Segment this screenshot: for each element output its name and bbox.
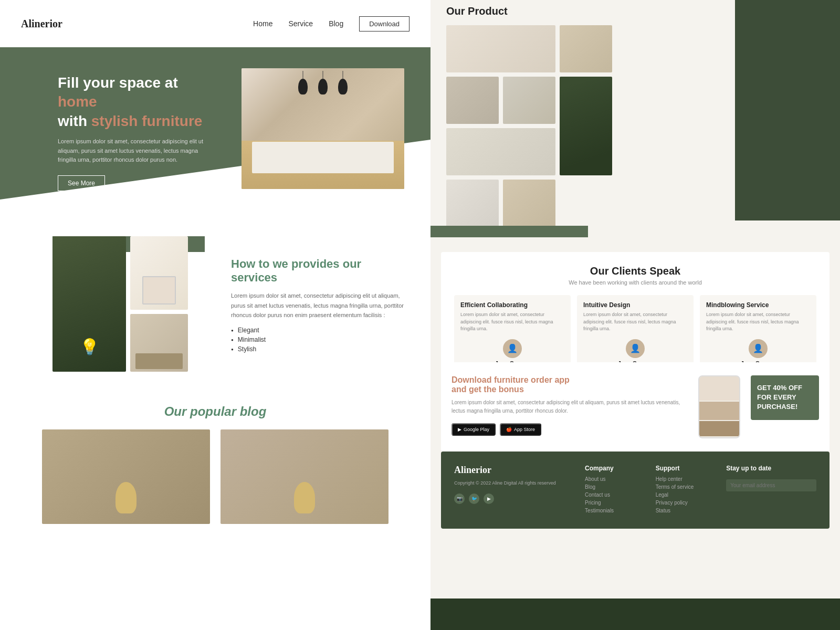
newsletter-email-input[interactable]: [726, 479, 816, 491]
hero-cta-button[interactable]: See More: [58, 175, 105, 191]
pendant-1: [298, 79, 308, 94]
footer-company-link-2[interactable]: Blog: [585, 484, 645, 490]
services-description: Lorem ipsum dolor sit amet, consectetur …: [231, 291, 410, 320]
footer-brand-col: Alinerior Copyright © 2022 Aline Digital…: [454, 465, 574, 516]
app-download-title-line2: and get the bonus: [452, 385, 524, 394]
footer-company-link-1[interactable]: About us: [585, 476, 645, 482]
hero-title-line1: Fill your space at: [58, 75, 178, 91]
nav-blog[interactable]: Blog: [329, 19, 343, 28]
footer-company-link-3[interactable]: Contact us: [585, 492, 645, 498]
blog-heading-highlight: blog: [240, 404, 267, 418]
footer-support-link-2[interactable]: Terms of service: [656, 484, 716, 490]
products-section: Our Product: [446, 5, 730, 227]
app-store-label: App Store: [514, 427, 535, 432]
app-promo-badge: GET 40% OFF FOR EVERY PURCHASE!: [751, 375, 819, 420]
phone-screen-bottom: [699, 421, 739, 436]
footer-social: 📷 🐦 ▶: [454, 494, 574, 504]
app-download-description: Lorem ipsum dolor sit amet, consectetur …: [452, 398, 688, 415]
social-twitter-icon[interactable]: 🐦: [469, 494, 479, 504]
blog-card-lamp-2: [294, 482, 315, 513]
nav-home[interactable]: Home: [253, 19, 272, 28]
services-heading: How to we provides our services: [231, 257, 410, 285]
service-image-chair: [130, 236, 188, 310]
footer-support-col: Support Help center Terms of service Leg…: [656, 465, 716, 516]
testimonial-title-3: Mindblowing Service: [706, 301, 810, 309]
blog-heading-plain: Our popular: [164, 404, 240, 418]
product-item-5: [560, 77, 612, 175]
bottom-dark-strip: [430, 598, 840, 630]
footer-company-link-4[interactable]: Pricing: [585, 500, 645, 506]
product-item-6: [446, 128, 555, 175]
app-download-text: Download furniture order app and get the…: [452, 375, 688, 436]
blog-section: Our popular blog: [0, 394, 430, 534]
app-phone-mockup: [698, 375, 740, 438]
testimonial-text-3: Lorem ipsum dolor sit amet, consectetur …: [706, 311, 810, 333]
product-item-4: [503, 77, 555, 124]
services-heading-plain: How to we provides our: [231, 257, 361, 270]
left-panel: Alinerior Home Service Blog Download Fil…: [0, 0, 430, 630]
nav-links: Home Service Blog Download: [253, 16, 410, 32]
hero-title-line2: with: [58, 113, 91, 129]
testimonial-text-2: Lorem ipsum dolor sit amet, consectetur …: [583, 311, 687, 333]
footer-support-link-4[interactable]: Privacy policy: [656, 500, 716, 506]
footer-company-title: Company: [585, 465, 645, 472]
products-title: Our Product: [446, 5, 730, 17]
social-youtube-icon[interactable]: ▶: [484, 494, 494, 504]
phone-screen-mid: [699, 402, 739, 420]
blog-card-1: [42, 429, 210, 524]
footer-support-link-5[interactable]: Status: [656, 508, 716, 513]
hero-highlight-home: home: [58, 93, 97, 110]
services-text: How to we provides our services Lorem ip…: [231, 257, 410, 355]
download-button[interactable]: Download: [359, 16, 410, 32]
app-store-buttons: ▶ Google Play 🍎 App Store: [452, 423, 688, 436]
footer-newsletter-col: Stay up to date: [726, 465, 816, 516]
google-play-button[interactable]: ▶ Google Play: [452, 423, 496, 436]
pendant-lights: [298, 79, 348, 94]
products-grid: [446, 25, 730, 227]
services-list: Elegant Minimalist Stylish: [231, 327, 410, 353]
avatar-1: 👤: [503, 339, 522, 358]
footer-support-link-3[interactable]: Legal: [656, 492, 716, 498]
nav-service[interactable]: Service: [288, 19, 313, 28]
google-play-icon: ▶: [458, 427, 461, 432]
testimonial-title-2: Intuitive Design: [583, 301, 687, 309]
blog-card-lamp-1: [116, 482, 136, 513]
service-image-lamp: [52, 236, 126, 372]
hero-image: [242, 68, 404, 189]
avatar-3: 👤: [749, 339, 768, 358]
app-store-button[interactable]: 🍎 App Store: [500, 423, 541, 436]
pendant-3: [338, 79, 348, 94]
product-item-8: [503, 180, 555, 227]
footer-company-link-5[interactable]: Testimonials: [585, 508, 645, 513]
app-download-title: Download furniture order app and get the…: [452, 375, 688, 394]
clients-title: Our Clients Speak: [454, 265, 816, 277]
phone-screen-top: [699, 376, 739, 401]
app-download-title-plain: Download: [452, 375, 491, 384]
service-list-item-2: Minimalist: [231, 336, 410, 343]
testimonial-text-1: Lorem ipsum dolor sit amet, consectetur …: [460, 311, 564, 333]
hero-title: Fill your space at home with stylish fur…: [58, 74, 205, 131]
pendant-2: [318, 79, 328, 94]
right-dark-accent: [735, 0, 840, 220]
kitchen-image: [242, 68, 404, 189]
footer: Alinerior Copyright © 2022 Aline Digital…: [441, 452, 830, 529]
product-item-7: [446, 180, 499, 227]
brand-logo: Alinerior: [21, 18, 253, 30]
hero-highlight-furniture: stylish furniture: [91, 113, 203, 129]
hero-content: Fill your space at home with stylish fur…: [58, 74, 205, 191]
product-item-3: [446, 77, 499, 124]
blog-card-2: [220, 429, 388, 524]
footer-support-title: Support: [656, 465, 716, 472]
kitchen-counter: [252, 142, 394, 173]
service-list-item-3: Stylish: [231, 345, 410, 353]
footer-copyright: Copyright © 2022 Aline Digital All right…: [454, 480, 574, 487]
blog-heading: Our popular blog: [42, 404, 388, 419]
services-images: [52, 236, 188, 372]
service-list-item-1: Elegant: [231, 327, 410, 334]
footer-company-col: Company About us Blog Contact us Pricing…: [585, 465, 645, 516]
footer-logo: Alinerior: [454, 465, 574, 476]
product-item-1: [446, 25, 555, 72]
google-play-label: Google Play: [464, 427, 489, 432]
social-instagram-icon[interactable]: 📷: [454, 494, 465, 504]
footer-support-link-1[interactable]: Help center: [656, 476, 716, 482]
